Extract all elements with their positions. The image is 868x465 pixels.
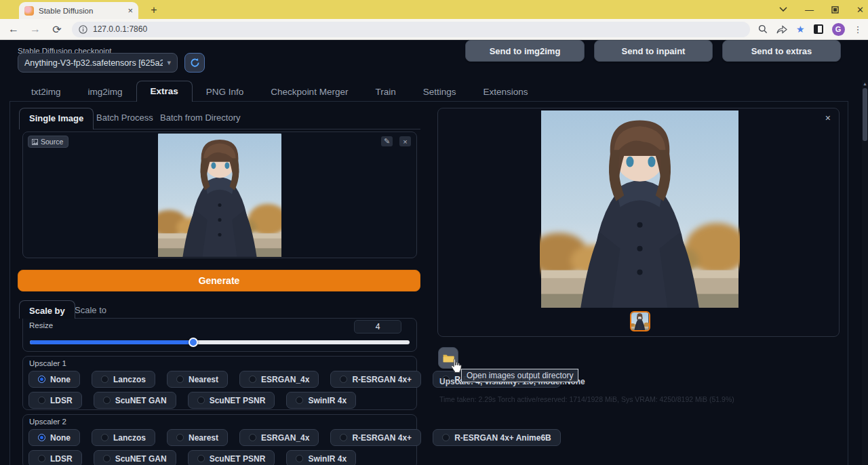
upscaler2-option-lanczos[interactable]: Lanczos [92, 429, 155, 446]
generate-button[interactable]: Generate [18, 270, 420, 291]
close-gallery-icon[interactable]: × [825, 113, 831, 123]
chevron-down-icon: ▾ [167, 58, 171, 67]
tab-scale-by[interactable]: Scale by [19, 300, 75, 319]
upscaler2-option-resrgan4x[interactable]: R-ESRGAN 4x+ [330, 429, 421, 446]
reload-button[interactable]: ⟳ [49, 23, 65, 36]
site-info-icon[interactable] [79, 25, 87, 34]
upscaler1-option-esrgan4x[interactable]: ESRGAN_4x [239, 371, 319, 388]
close-icon: × [403, 138, 407, 146]
upscaler1-option-nearest[interactable]: Nearest [167, 371, 228, 388]
option-label: R-ESRGAN 4x+ [352, 375, 412, 384]
radio-icon [103, 455, 111, 462]
result-image[interactable] [540, 110, 740, 308]
browser-tab-title: Stable Diffusion [39, 7, 123, 15]
window-maximize-button[interactable] [831, 6, 839, 14]
upscaler1-label: Upscaler 1 [29, 359, 66, 367]
upscaler2-option-scunet-gan[interactable]: ScuNET GAN [94, 450, 176, 465]
scroll-up-icon[interactable]: ▲ [862, 81, 868, 86]
radio-icon [197, 455, 205, 462]
source-image-dropzone[interactable]: Source ✎ × [22, 132, 417, 258]
tooltip: Open images output directory [461, 369, 578, 382]
tab-close-icon[interactable]: × [127, 5, 133, 16]
radio-icon [296, 455, 303, 462]
forward-button[interactable]: → [27, 23, 43, 35]
back-button[interactable]: ← [5, 23, 22, 35]
upscaler2-option-resrgan-anime6b[interactable]: R-ESRGAN 4x+ Anime6B [433, 429, 561, 446]
radio-icon [249, 376, 256, 383]
url-bar[interactable]: 127.0.0.1:7860 [72, 22, 750, 37]
send-to-img2img-button[interactable]: Send to img2img [465, 40, 585, 62]
pencil-icon: ✎ [384, 137, 390, 146]
window-chevron-icon[interactable] [779, 7, 787, 12]
resize-value-input[interactable]: 4 [354, 320, 401, 333]
upscaler2-option-none[interactable]: None [28, 429, 80, 446]
upscaler2-option-esrgan4x[interactable]: ESRGAN_4x [239, 429, 319, 446]
source-image[interactable] [158, 134, 281, 257]
radio-icon [340, 434, 347, 441]
tab-train[interactable]: Train [361, 82, 409, 102]
scrollbar-thumb[interactable] [863, 88, 867, 141]
upscaler2-option-ldsr[interactable]: LDSR [28, 450, 82, 465]
browser-toolbar: ← → ⟳ 127.0.0.1:7860 ★ G ⋮ [0, 19, 868, 40]
option-label: ScuNET GAN [115, 396, 167, 405]
url-text: 127.0.0.1:7860 [93, 24, 147, 34]
tab-extensions[interactable]: Extensions [469, 82, 541, 102]
tab-img2img[interactable]: img2img [75, 82, 136, 102]
tab-checkpoint-merger[interactable]: Checkpoint Merger [257, 82, 361, 102]
upscaler2-label: Upscaler 2 [29, 418, 66, 426]
tab-png-info[interactable]: PNG Info [193, 82, 258, 102]
upscaler2-option-nearest[interactable]: Nearest [167, 429, 228, 446]
radio-icon [38, 434, 45, 441]
upscaler1-option-swinir4x[interactable]: SwinIR 4x [286, 392, 356, 409]
resize-slider[interactable] [30, 340, 410, 344]
page-scrollbar[interactable]: ▲ ▼ [862, 80, 868, 465]
generate-label: Generate [199, 275, 240, 286]
checkpoint-dropdown[interactable]: Anything-V3-fp32.safetensors [625a2ba2] … [18, 53, 178, 73]
radio-icon [38, 455, 45, 462]
send-to-extras-button[interactable]: Send to extras [722, 40, 841, 62]
profile-avatar[interactable]: G [832, 23, 845, 36]
edit-image-button[interactable]: ✎ [381, 136, 393, 146]
send-to-inpaint-button[interactable]: Send to inpaint [594, 40, 713, 62]
option-label: Lanczos [113, 433, 146, 443]
bookmark-star-icon[interactable]: ★ [796, 24, 805, 35]
upscaler1-option-resrgan4x[interactable]: R-ESRGAN 4x+ [330, 371, 421, 388]
image-icon [32, 139, 38, 145]
zoom-icon[interactable] [758, 24, 768, 34]
upscaler1-option-ldsr[interactable]: LDSR [28, 392, 82, 409]
source-badge: Source [28, 136, 68, 148]
result-thumbnail[interactable] [630, 311, 650, 331]
tab-single-image[interactable]: Single Image [19, 108, 94, 129]
clear-image-button[interactable]: × [399, 136, 411, 146]
upscaler2-option-swinir4x[interactable]: SwinIR 4x [286, 450, 356, 465]
refresh-checkpoints-button[interactable] [184, 53, 205, 73]
browser-tab[interactable]: Stable Diffusion × [19, 2, 138, 19]
resize-slider-thumb[interactable] [189, 338, 198, 347]
radio-icon [249, 434, 256, 441]
browser-menu-icon[interactable]: ⋮ [854, 24, 863, 35]
send-to-extras-label: Send to extras [751, 46, 812, 56]
option-label: ScuNET GAN [115, 454, 167, 464]
upscaler1-option-scunet-gan[interactable]: ScuNET GAN [94, 392, 176, 409]
radio-icon [340, 376, 347, 383]
send-to-img2img-label: Send to img2img [490, 46, 561, 56]
upscaler1-option-none[interactable]: None [28, 371, 80, 388]
tab-settings[interactable]: Settings [410, 82, 470, 102]
radio-icon [38, 376, 45, 383]
upscaler1-option-lanczos[interactable]: Lanczos [92, 371, 155, 388]
webui-page: Stable Diffusion checkpoint Anything-V3-… [0, 40, 868, 465]
tab-extras[interactable]: Extras [136, 81, 193, 102]
tab-txt2img[interactable]: txt2img [18, 82, 75, 102]
window-close-button[interactable]: ✕ [856, 5, 864, 15]
tab-batch-from-directory[interactable]: Batch from Directory [151, 108, 250, 127]
window-minimize-button[interactable]: — [805, 5, 814, 15]
browser-tabstrip: Stable Diffusion × + — ✕ [0, 0, 868, 19]
radio-icon [38, 397, 45, 404]
upscaler1-group: Upscaler 1 None Lanczos Nearest ESRGAN_4… [22, 356, 417, 410]
new-tab-button[interactable]: + [146, 3, 161, 18]
upscaler1-option-scunet-psnr[interactable]: ScuNET PSNR [188, 392, 275, 409]
share-icon[interactable] [776, 25, 787, 34]
option-label: ESRGAN_4x [261, 433, 309, 443]
upscaler2-option-scunet-psnr[interactable]: ScuNET PSNR [188, 450, 275, 465]
side-panel-icon[interactable] [814, 24, 823, 34]
